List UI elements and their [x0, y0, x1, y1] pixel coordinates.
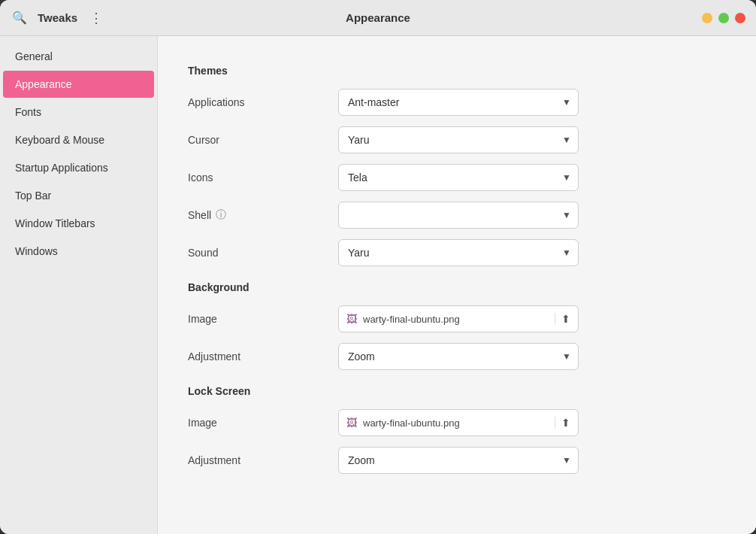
bg-adjustment-dropdown[interactable]: Zoom Centered Scaled Stretched Spanned	[338, 343, 579, 370]
bg-image-picker[interactable]: 🖼 warty-final-ubuntu.png ⬆	[338, 305, 579, 332]
cursor-dropdown-wrapper: Yaru Adwaita DMZ-White ▼	[338, 126, 579, 153]
applications-row: Applications Ant-master Adwaita Yaru ▼	[188, 89, 726, 116]
applications-dropdown-wrapper: Ant-master Adwaita Yaru ▼	[338, 89, 579, 116]
sidebar-item-fonts[interactable]: Fonts	[3, 99, 154, 126]
applications-dropdown[interactable]: Ant-master Adwaita Yaru	[338, 89, 579, 116]
app-name: Tweaks	[38, 11, 77, 24]
sidebar-item-top-bar[interactable]: Top Bar	[3, 182, 154, 209]
bg-image-label: Image	[188, 313, 338, 325]
lock-image-row: Image 🖼 warty-final-ubuntu.png ⬆	[188, 409, 726, 436]
menu-button[interactable]: ⋮	[85, 8, 107, 28]
bg-image-row: Image 🖼 warty-final-ubuntu.png ⬆	[188, 305, 726, 332]
icons-row: Icons Tela Yaru Adwaita ▼	[188, 164, 726, 191]
themes-section: Themes Applications Ant-master Adwaita Y…	[188, 65, 726, 266]
search-button[interactable]: 🔍	[9, 8, 30, 28]
bg-adjustment-label: Adjustment	[188, 350, 338, 363]
lock-adjustment-label: Adjustment	[188, 454, 338, 466]
bg-image-control: 🖼 warty-final-ubuntu.png ⬆	[338, 305, 726, 332]
sidebar-item-startup-applications[interactable]: Startup Applications	[3, 154, 154, 181]
lock-image-picker[interactable]: 🖼 warty-final-ubuntu.png ⬆	[338, 409, 579, 436]
sound-row: Sound Yaru Adwaita freedesktop ▼	[188, 239, 726, 266]
sound-dropdown-wrapper: Yaru Adwaita freedesktop ▼	[338, 239, 579, 266]
minimize-button[interactable]	[702, 13, 712, 23]
content-area: General Appearance Fonts Keyboard & Mous…	[0, 36, 756, 534]
shell-info-icon: ⓘ	[216, 208, 226, 222]
sidebar-item-general[interactable]: General	[3, 43, 154, 70]
lock-image-control: 🖼 warty-final-ubuntu.png ⬆	[338, 409, 726, 436]
bg-image-upload-icon: ⬆	[555, 313, 570, 325]
applications-label: Applications	[188, 96, 338, 108]
bg-image-icon: 🖼	[346, 313, 357, 325]
lock-image-label: Image	[188, 417, 338, 429]
applications-control: Ant-master Adwaita Yaru ▼	[338, 89, 726, 116]
shell-dropdown-wrapper: Yaru Adwaita ▼	[338, 202, 579, 229]
bg-adjustment-row: Adjustment Zoom Centered Scaled Stretche…	[188, 343, 726, 370]
sidebar: General Appearance Fonts Keyboard & Mous…	[0, 36, 158, 534]
lock-image-icon: 🖼	[346, 417, 357, 429]
lock-image-upload-icon: ⬆	[555, 417, 570, 429]
bg-adjustment-dropdown-wrapper: Zoom Centered Scaled Stretched Spanned ▼	[338, 343, 579, 370]
sound-control: Yaru Adwaita freedesktop ▼	[338, 239, 726, 266]
window-controls	[702, 13, 745, 23]
lock-adjustment-dropdown-wrapper: Zoom Centered Scaled Stretched Spanned ▼	[338, 447, 579, 474]
icons-dropdown-wrapper: Tela Yaru Adwaita ▼	[338, 164, 579, 191]
bg-image-filename: warty-final-ubuntu.png	[363, 314, 549, 325]
cursor-label: Cursor	[188, 134, 338, 146]
main-content: Themes Applications Ant-master Adwaita Y…	[158, 36, 756, 534]
cursor-dropdown[interactable]: Yaru Adwaita DMZ-White	[338, 126, 579, 153]
lock-adjustment-control: Zoom Centered Scaled Stretched Spanned ▼	[338, 447, 726, 474]
shell-control: Yaru Adwaita ▼	[338, 202, 726, 229]
icons-control: Tela Yaru Adwaita ▼	[338, 164, 726, 191]
cursor-row: Cursor Yaru Adwaita DMZ-White ▼	[188, 126, 726, 153]
background-section-title: Background	[188, 281, 726, 293]
lock-image-filename: warty-final-ubuntu.png	[363, 417, 549, 429]
close-button[interactable]	[735, 13, 745, 23]
lock-screen-section: Lock Screen Image 🖼 warty-final-ubuntu.p…	[188, 385, 726, 474]
page-title: Appearance	[346, 11, 410, 24]
shell-row: Shell ⓘ Yaru Adwaita ▼	[188, 202, 726, 229]
icons-dropdown[interactable]: Tela Yaru Adwaita	[338, 164, 579, 191]
maximize-button[interactable]	[718, 13, 729, 23]
lock-adjustment-dropdown[interactable]: Zoom Centered Scaled Stretched Spanned	[338, 447, 579, 474]
shell-dropdown[interactable]: Yaru Adwaita	[338, 202, 579, 229]
lock-adjustment-row: Adjustment Zoom Centered Scaled Stretche…	[188, 447, 726, 474]
shell-label: Shell ⓘ	[188, 208, 338, 222]
app-window: 🔍 Tweaks ⋮ Appearance General Appearance…	[0, 0, 756, 534]
background-section: Background Image 🖼 warty-final-ubuntu.pn…	[188, 281, 726, 370]
bg-adjustment-control: Zoom Centered Scaled Stretched Spanned ▼	[338, 343, 726, 370]
sidebar-item-window-titlebars[interactable]: Window Titlebars	[3, 210, 154, 237]
titlebar-left: 🔍 Tweaks ⋮	[9, 8, 107, 28]
themes-section-title: Themes	[188, 65, 726, 77]
sidebar-item-windows[interactable]: Windows	[3, 238, 154, 265]
sound-dropdown[interactable]: Yaru Adwaita freedesktop	[338, 239, 579, 266]
search-icon: 🔍	[12, 11, 27, 25]
icons-label: Icons	[188, 171, 338, 184]
lock-screen-section-title: Lock Screen	[188, 385, 726, 397]
sidebar-item-keyboard-mouse[interactable]: Keyboard & Mouse	[3, 126, 154, 153]
titlebar: 🔍 Tweaks ⋮ Appearance	[0, 0, 756, 36]
cursor-control: Yaru Adwaita DMZ-White ▼	[338, 126, 726, 153]
sidebar-item-appearance[interactable]: Appearance	[3, 71, 154, 98]
sound-label: Sound	[188, 247, 338, 259]
